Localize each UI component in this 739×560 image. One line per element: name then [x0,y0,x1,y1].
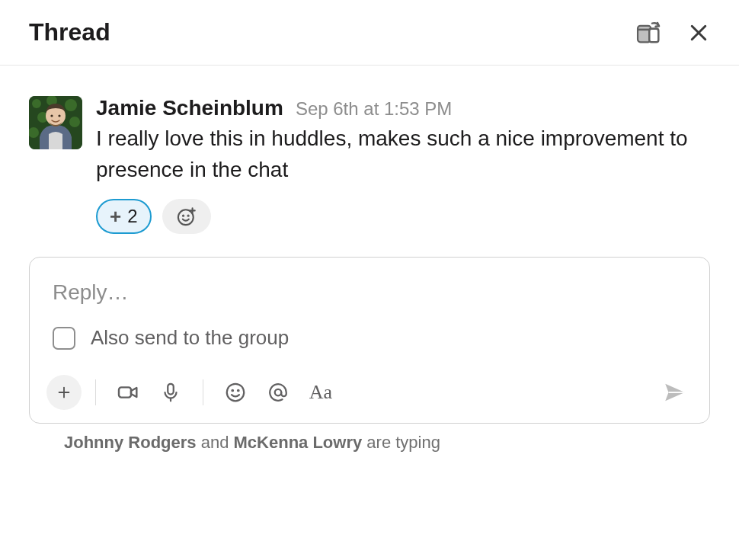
svg-rect-15 [119,388,131,398]
attach-button[interactable] [46,375,82,410]
emoji-button[interactable] [217,374,254,411]
audio-button[interactable] [152,374,189,411]
plus-icon [56,384,72,401]
thread-message: Jamie Scheinblum Sep 6th at 1:53 PM I re… [0,66,739,234]
emoji-icon [224,381,247,404]
plus-icon: + [110,206,121,226]
svg-point-10 [50,114,53,117]
reply-input[interactable] [30,258,709,318]
formatting-button[interactable]: Aa [302,374,339,411]
svg-rect-16 [168,384,174,395]
thread-header: Thread [0,0,739,66]
also-send-checkbox[interactable] [53,327,75,350]
message-timestamp: Sep 6th at 1:53 PM [296,98,452,120]
svg-point-14 [187,216,188,216]
svg-rect-1 [649,28,658,42]
also-send-row: Also send to the group [30,318,709,365]
toolbar-divider [203,379,203,405]
author-avatar[interactable] [29,96,82,149]
send-button[interactable] [657,375,693,410]
svg-point-13 [183,216,184,216]
typing-user-2: McKenna Lowry [234,433,363,452]
microphone-icon [159,381,182,404]
thread-title: Thread [29,18,634,46]
add-reaction-button[interactable] [162,199,211,234]
svg-point-7 [69,117,80,127]
mention-button[interactable] [260,374,296,411]
composer-container: Also send to the group [0,234,739,453]
close-icon [687,21,710,44]
composer-toolbar: Aa [30,365,709,423]
message-header: Jamie Scheinblum Sep 6th at 1:53 PM [96,96,710,120]
mention-icon [267,381,290,404]
typing-suffix: are typing [362,433,440,452]
svg-point-20 [275,389,282,396]
formatting-icon: Aa [309,381,332,404]
reaction-count: 2 [127,206,137,227]
message-body: Jamie Scheinblum Sep 6th at 1:53 PM I re… [96,96,710,234]
svg-point-19 [238,390,239,392]
svg-point-3 [32,99,41,108]
svg-point-17 [227,384,245,402]
add-emoji-icon [176,206,197,227]
reaction-count-pill[interactable]: + 2 [96,199,152,234]
message-author[interactable]: Jamie Scheinblum [96,96,283,120]
close-button[interactable] [687,21,710,44]
header-actions [634,18,710,47]
send-icon [662,379,688,405]
svg-point-12 [178,210,193,225]
message-text: I really love this in huddles, makes suc… [96,123,710,185]
typing-user-1: Johnny Rodgers [64,433,197,452]
open-window-icon [634,18,663,47]
svg-point-5 [65,99,77,111]
svg-point-18 [232,390,234,392]
svg-point-11 [58,114,60,117]
toolbar-divider [95,379,96,405]
video-icon [116,380,140,405]
reply-composer: Also send to the group [29,257,710,424]
also-send-label: Also send to the group [91,326,289,350]
open-in-window-button[interactable] [634,18,663,47]
message-reactions: + 2 [96,199,710,234]
video-button[interactable] [110,374,146,411]
typing-indicator: Johnny Rodgers and McKenna Lowry are typ… [29,424,710,453]
